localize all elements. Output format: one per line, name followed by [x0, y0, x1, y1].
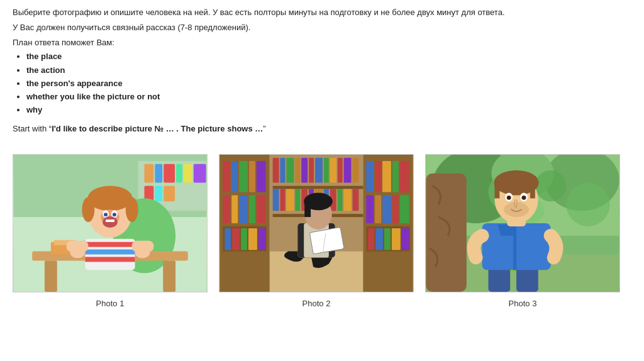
svg-rect-78: [273, 158, 279, 183]
svg-rect-94: [295, 189, 300, 211]
svg-rect-134: [494, 183, 499, 199]
svg-rect-58: [248, 228, 257, 250]
svg-rect-59: [258, 228, 266, 250]
svg-rect-76: [402, 228, 409, 250]
plan-label: План ответа поможет Вам:: [13, 36, 631, 49]
svg-rect-64: [392, 161, 399, 192]
photo-item-3[interactable]: Photo 3: [425, 154, 620, 310]
photo-image-1[interactable]: [13, 155, 207, 292]
svg-point-122: [566, 183, 609, 226]
svg-rect-44: [223, 161, 230, 192]
svg-rect-46: [239, 161, 248, 192]
plan-item-3: the person's appearance: [26, 77, 631, 90]
svg-rect-101: [344, 189, 352, 211]
svg-rect-5: [164, 164, 175, 183]
svg-rect-32: [106, 219, 114, 222]
svg-rect-90: [273, 186, 364, 189]
svg-rect-93: [286, 189, 294, 211]
intro-line1: Выберите фотографию и опишите человека н…: [13, 6, 631, 19]
svg-rect-119: [426, 174, 466, 292]
svg-rect-15: [163, 261, 175, 292]
plan-list: the place the action the person's appear…: [13, 50, 631, 116]
svg-rect-88: [344, 158, 352, 183]
svg-rect-92: [280, 189, 286, 211]
svg-rect-72: [368, 228, 374, 250]
svg-rect-51: [239, 196, 248, 224]
svg-rect-100: [338, 189, 343, 211]
svg-rect-6: [176, 164, 182, 183]
photo-image-2[interactable]: [219, 155, 413, 292]
svg-rect-83: [309, 158, 314, 183]
plan-item-2: the action: [26, 64, 631, 77]
photo-caption-1: Photo 1: [96, 297, 125, 310]
intro-line2: У Вас должен получиться связный рассказ …: [13, 21, 631, 34]
photo-caption-2: Photo 2: [303, 297, 331, 310]
svg-rect-11: [164, 186, 175, 202]
svg-rect-8: [194, 164, 206, 183]
svg-rect-48: [257, 161, 266, 192]
svg-rect-66: [366, 196, 374, 224]
svg-rect-3: [145, 164, 154, 183]
svg-rect-57: [241, 228, 247, 250]
svg-rect-84: [315, 158, 323, 183]
svg-rect-109: [304, 202, 311, 218]
svg-rect-34: [85, 242, 135, 247]
svg-rect-68: [382, 196, 391, 224]
photo-box-1[interactable]: [13, 154, 208, 292]
svg-rect-91: [273, 189, 279, 211]
svg-rect-70: [400, 196, 409, 224]
svg-rect-65: [400, 161, 409, 192]
svg-rect-7: [184, 164, 192, 183]
svg-rect-4: [155, 164, 162, 183]
svg-rect-53: [257, 196, 266, 224]
svg-rect-52: [249, 196, 255, 224]
svg-rect-129: [482, 223, 551, 270]
svg-rect-61: [366, 161, 374, 192]
svg-point-39: [70, 247, 86, 258]
start-bold: I'd like to describe picture № … . The p…: [52, 124, 263, 133]
svg-rect-86: [330, 158, 336, 183]
svg-rect-135: [530, 183, 535, 199]
svg-rect-80: [286, 158, 294, 183]
svg-point-139: [522, 196, 526, 200]
svg-rect-62: [375, 161, 381, 192]
svg-point-140: [504, 203, 529, 218]
svg-rect-14: [45, 261, 57, 292]
svg-point-138: [507, 196, 511, 200]
photo-caption-3: Photo 3: [509, 297, 537, 310]
photo-box-3[interactable]: [425, 154, 620, 292]
photos-container: Photo 1: [13, 154, 631, 310]
svg-rect-87: [338, 158, 343, 183]
photo-box-2[interactable]: [219, 154, 414, 292]
svg-rect-10: [155, 186, 162, 202]
svg-rect-82: [301, 158, 308, 183]
plan-item-1: the place: [26, 50, 631, 63]
svg-rect-74: [384, 228, 391, 250]
svg-rect-102: [352, 189, 358, 211]
svg-point-25: [124, 199, 134, 205]
svg-point-30: [113, 213, 116, 216]
svg-rect-67: [375, 196, 381, 224]
photo-image-3[interactable]: [426, 155, 619, 292]
svg-rect-85: [324, 158, 329, 183]
plan-item-4: whether you like the picture or not: [26, 91, 631, 103]
svg-rect-79: [280, 158, 286, 183]
svg-rect-81: [295, 158, 300, 183]
svg-point-40: [135, 247, 150, 258]
svg-rect-50: [231, 196, 238, 224]
svg-point-29: [104, 213, 108, 216]
photo-item-1[interactable]: Photo 1: [13, 154, 208, 310]
start-instruction: Start with “I'd like to describe picture…: [13, 123, 631, 135]
svg-rect-55: [225, 228, 231, 250]
svg-point-21: [87, 186, 132, 211]
svg-rect-49: [223, 196, 230, 224]
svg-rect-89: [352, 158, 358, 183]
svg-rect-35: [85, 250, 135, 255]
svg-point-24: [86, 199, 96, 205]
svg-point-31: [103, 216, 118, 228]
photo-item-2[interactable]: Photo 2: [219, 154, 414, 310]
start-prefix: Start with “: [13, 124, 52, 133]
svg-rect-75: [392, 228, 401, 250]
svg-rect-45: [231, 161, 238, 192]
svg-rect-47: [249, 161, 255, 192]
